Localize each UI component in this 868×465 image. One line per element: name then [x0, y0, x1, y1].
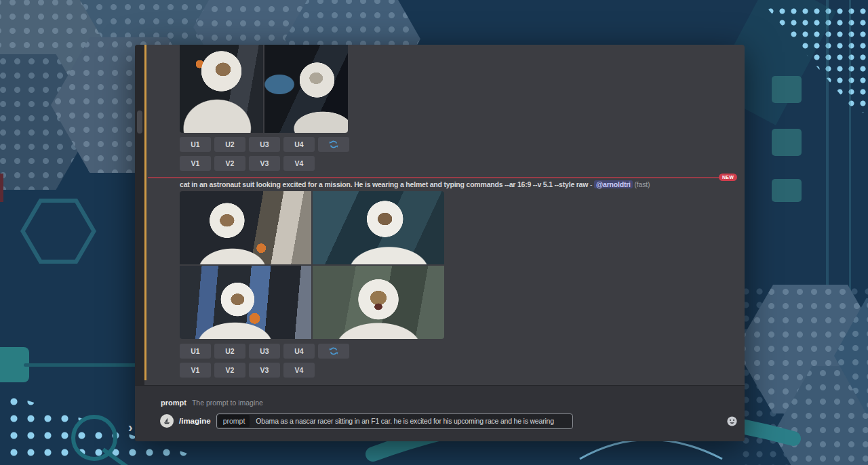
prompt-input-value[interactable]: Obama as a nascar racer sitting in an F1… — [256, 417, 554, 425]
sidebar-expand-chevron-icon[interactable]: › — [128, 420, 133, 434]
message2-variation-row: V1 V2 V3 V4 — [180, 363, 315, 378]
message2-image-grid[interactable] — [180, 191, 444, 339]
v1-button[interactable]: V1 — [180, 156, 211, 171]
teal-square-decoration — [772, 129, 802, 156]
message2-upscale-row: U1 U2 U3 U4 — [180, 344, 349, 359]
chat-input-area: prompt The prompt to imagine /imagine pr… — [135, 385, 745, 441]
u1-button[interactable]: U1 — [180, 344, 211, 359]
message1-upscale-row: U1 U2 U3 U4 — [180, 137, 349, 152]
image-cat-astronaut-3[interactable] — [180, 266, 311, 339]
sailboat-icon — [163, 417, 171, 425]
left-gutter — [135, 45, 144, 441]
user-mention[interactable]: @arnoldtri — [594, 180, 633, 188]
discord-window: U1 U2 U3 U4 V1 V2 V3 V4 NEW cat in an as… — [135, 45, 745, 441]
red-edge-decoration — [0, 174, 3, 202]
message1-image-grid[interactable] — [180, 45, 348, 133]
v2-button[interactable]: V2 — [214, 156, 245, 171]
slash-autocomplete-row[interactable]: prompt The prompt to imagine — [161, 398, 263, 407]
teal-square-decoration — [772, 76, 802, 103]
u1-button[interactable]: U1 — [180, 137, 211, 152]
new-messages-divider — [148, 177, 722, 178]
u4-button[interactable]: U4 — [283, 344, 315, 359]
image-cat-astronaut-1[interactable] — [180, 191, 311, 264]
prompt-option-chip: prompt — [218, 415, 250, 427]
image-cat-astronaut-4[interactable] — [313, 266, 444, 339]
circuit-line-decoration — [826, 0, 829, 291]
emoji-picker-button[interactable] — [726, 416, 738, 427]
emoji-smiley-icon — [726, 416, 738, 427]
imagine-command-label: /imagine — [179, 417, 211, 425]
u2-button[interactable]: U2 — [214, 344, 245, 359]
image-cat-astronaut-right[interactable] — [264, 45, 348, 133]
v1-button[interactable]: V1 — [180, 363, 211, 378]
v4-button[interactable]: V4 — [283, 156, 315, 171]
reroll-button[interactable] — [318, 137, 349, 152]
fast-mode-label: (fast) — [635, 180, 650, 188]
u2-button[interactable]: U2 — [214, 137, 245, 152]
message2-prompt-text: cat in an astronaut suit looking excited… — [180, 180, 743, 188]
v3-button[interactable]: V3 — [249, 156, 280, 171]
v4-button[interactable]: V4 — [283, 363, 315, 378]
prompt-text: cat in an astronaut suit looking excited… — [180, 180, 588, 188]
u3-button[interactable]: U3 — [249, 344, 280, 359]
autocomplete-option-description: The prompt to imagine — [192, 399, 263, 407]
teal-square-decoration — [772, 179, 802, 202]
reroll-icon — [329, 346, 338, 356]
u3-button[interactable]: U3 — [249, 137, 280, 152]
autocomplete-option-name: prompt — [161, 399, 186, 407]
v2-button[interactable]: V2 — [214, 363, 245, 378]
separator-text: - — [588, 180, 594, 188]
message-input-row: /imagine prompt Obama as a nascar racer … — [160, 413, 573, 429]
u4-button[interactable]: U4 — [283, 137, 315, 152]
prompt-option-input[interactable]: prompt Obama as a nascar racer sitting i… — [216, 413, 573, 429]
image-cat-astronaut-2[interactable] — [313, 191, 444, 264]
image-cat-astronaut-left[interactable] — [180, 45, 263, 133]
midjourney-sailboat-avatar — [160, 414, 174, 428]
reroll-icon — [329, 140, 338, 149]
scrollbar-thumb[interactable] — [137, 110, 142, 134]
reroll-button[interactable] — [318, 344, 349, 359]
message1-variation-row: V1 V2 V3 V4 — [180, 156, 315, 171]
v3-button[interactable]: V3 — [249, 363, 280, 378]
mention-accent-bar — [144, 45, 146, 380]
